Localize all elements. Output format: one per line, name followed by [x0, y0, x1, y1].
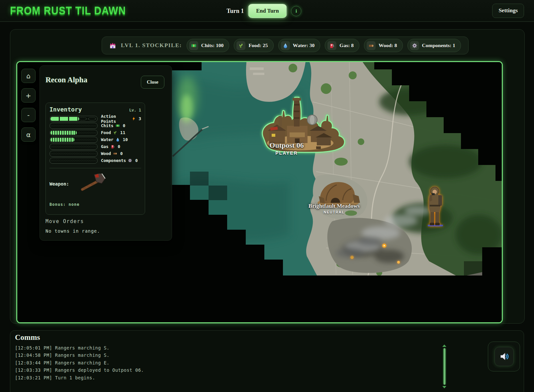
weapon-bonus: Bonus: none — [49, 202, 141, 207]
speaker-icon — [499, 352, 509, 361]
scroll-down-icon[interactable] — [442, 386, 446, 388]
wood-bar — [49, 151, 98, 157]
water-icon — [281, 41, 290, 50]
axe-icon[interactable] — [77, 174, 109, 194]
inventory-card: Inventory Lv. 1 Action Points 3 Chits — [45, 103, 145, 215]
home-icon[interactable]: ⌂ — [21, 69, 36, 83]
move-orders-title: Move Orders — [45, 218, 84, 224]
stockpile-wood[interactable]: Wood: 8 — [364, 39, 403, 52]
mute-button[interactable] — [494, 347, 514, 366]
inventory-row-water: Water 10 — [49, 136, 141, 143]
comms-title: Comms — [15, 333, 519, 342]
inventory-row-gas: Gas 0 — [49, 143, 141, 150]
end-turn-button[interactable]: End Turn — [248, 4, 287, 18]
close-button[interactable]: Close — [141, 76, 164, 89]
gas-bar — [49, 144, 98, 150]
inventory-row-components: Components 0 — [49, 157, 141, 164]
stockpile-water[interactable]: Water: 30 — [278, 39, 320, 52]
move-orders-status: No towns in range. — [45, 228, 100, 234]
zoom-out-icon[interactable]: - — [21, 108, 36, 122]
chits-icon — [189, 41, 198, 50]
wood-icon — [113, 151, 117, 156]
stockpile-bar: LVL 1. STOCKPILE: Chits: 100 Food: 25 Wa… — [102, 37, 469, 54]
comms-panel: Comms [12:05:01 PM] Rangers marching S. … — [10, 330, 524, 392]
inventory-title: Inventory — [49, 106, 82, 113]
stockpile-label: LVL 1. STOCKPILE: — [121, 42, 182, 49]
water-icon — [116, 137, 120, 142]
inventory-level: Lv. 1 — [129, 108, 141, 113]
lightning-icon — [132, 117, 136, 121]
unit-panel: Recon Alpha Close Inventory Lv. 1 Action… — [40, 65, 172, 241]
food-bar — [49, 130, 98, 136]
gas-icon — [327, 41, 336, 50]
inventory-row-wood: Wood 0 — [49, 150, 141, 157]
stockpile-components[interactable]: Components: 1 — [407, 39, 461, 52]
stockpile-gas[interactable]: Gas: 8 — [325, 39, 359, 52]
alpha-toggle-icon[interactable]: α — [21, 127, 36, 142]
wood-icon — [367, 41, 376, 50]
turn-counter: Turn 1 — [226, 8, 244, 15]
stockpile-food[interactable]: Food: 25 — [234, 39, 273, 52]
castle-icon — [109, 42, 116, 49]
chits-icon — [116, 123, 120, 128]
map-viewport[interactable]: Outpost 06 PLAYER Brightfault Meadows NE… — [16, 61, 503, 323]
weapon-label: Weapon: — [49, 181, 69, 187]
scrollbar-thumb[interactable] — [443, 348, 446, 385]
info-icon[interactable]: i — [291, 6, 302, 16]
settings-button[interactable]: Settings — [492, 4, 524, 18]
scroll-up-icon[interactable] — [442, 345, 446, 347]
game-root: { "app": { "title": "FROM RUST TIL DAWN"… — [0, 0, 534, 392]
stockpile-chits[interactable]: Chits: 100 — [187, 39, 229, 52]
food-icon — [113, 130, 117, 135]
action-points-bar — [49, 116, 98, 122]
chits-bar — [49, 123, 98, 129]
top-bar: FROM RUST TIL DAWN Turn 1 End Turn i Set… — [0, 0, 534, 22]
gear-icon — [128, 158, 132, 163]
map-controls: ⌂ + - α — [21, 69, 36, 142]
game-logo: FROM RUST TIL DAWN — [10, 4, 126, 17]
components-icon — [410, 41, 419, 50]
components-bar — [49, 158, 98, 164]
sound-control — [488, 342, 520, 371]
food-icon — [236, 41, 245, 50]
divider — [49, 168, 141, 168]
world-card: LVL 1. STOCKPILE: Chits: 100 Food: 25 Wa… — [10, 29, 525, 324]
inventory-row-food: Food 11 — [49, 129, 141, 136]
water-bar — [49, 137, 98, 143]
comms-scrollbar[interactable] — [442, 345, 447, 388]
inventory-row-action-points: Action Points 3 — [49, 115, 141, 122]
gas-icon — [111, 144, 115, 149]
zoom-in-icon[interactable]: + — [21, 88, 36, 103]
turn-controls: Turn 1 End Turn i — [226, 0, 301, 22]
unit-panel-title: Recon Alpha — [45, 76, 87, 84]
